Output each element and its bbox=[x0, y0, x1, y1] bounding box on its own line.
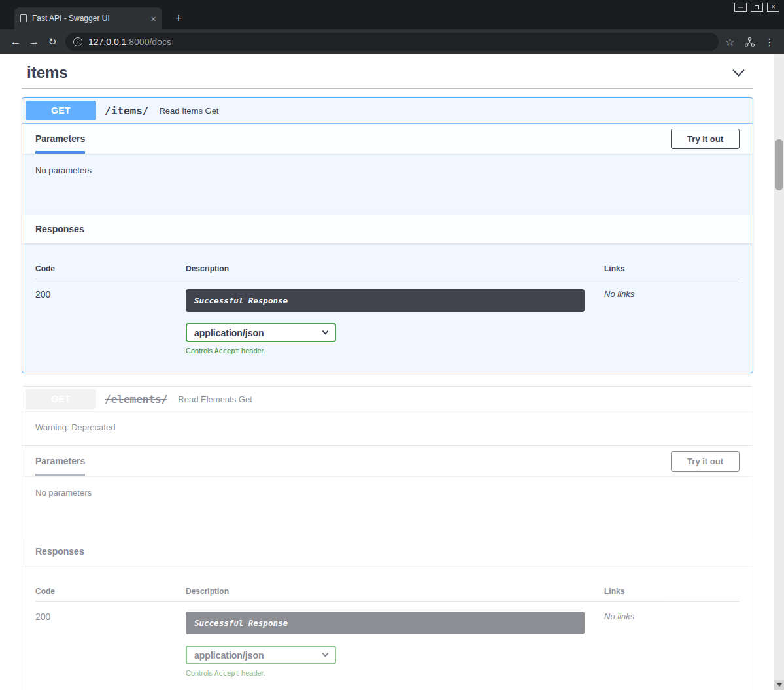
site-info-icon[interactable]: i bbox=[73, 37, 82, 46]
responses-header: Responses bbox=[22, 215, 753, 243]
media-type-value: application/json bbox=[194, 650, 264, 661]
reload-icon[interactable]: ↻ bbox=[43, 36, 61, 48]
tag-divider bbox=[22, 88, 753, 89]
maximize-icon bbox=[755, 5, 759, 9]
response-description-cell: Successful Response application/json Con… bbox=[186, 612, 604, 677]
response-description: Successful Response bbox=[186, 289, 585, 312]
column-description: Description bbox=[186, 587, 604, 596]
minimize-button[interactable]: — bbox=[734, 3, 747, 12]
toolbar-right: ☆ ⋮ bbox=[725, 35, 777, 49]
responses-label: Responses bbox=[35, 224, 84, 234]
parameters-label: Parameters bbox=[35, 456, 85, 466]
network-icon-svg bbox=[744, 37, 755, 48]
url-path: :8000/docs bbox=[126, 37, 171, 47]
responses-table-head: Code Description Links bbox=[35, 587, 740, 602]
response-links: No links bbox=[604, 612, 740, 677]
back-icon[interactable]: ← bbox=[7, 35, 25, 48]
opblock-get-items: GET /items/ Read Items Get Parameters Tr… bbox=[22, 97, 753, 373]
scroll-down-arrow-icon bbox=[777, 683, 782, 687]
deprecated-warning: Warning: Deprecated bbox=[22, 412, 753, 446]
maximize-button[interactable] bbox=[751, 3, 763, 12]
new-tab-button[interactable]: + bbox=[170, 10, 187, 27]
no-parameters-text: No parameters bbox=[22, 476, 753, 537]
tag-section-header[interactable]: items bbox=[22, 61, 753, 88]
opblock-get-elements-deprecated: GET /elements/ Read Elements Get Warning… bbox=[22, 386, 753, 690]
method-badge: GET bbox=[26, 389, 96, 409]
scrollbar-down-button[interactable] bbox=[774, 680, 784, 690]
swagger-content: items GET /items/ Read Items Get Paramet… bbox=[0, 54, 784, 690]
network-icon[interactable] bbox=[744, 37, 755, 48]
try-it-out-button[interactable]: Try it out bbox=[671, 451, 740, 472]
parameters-tab[interactable]: Parameters bbox=[35, 446, 85, 476]
column-code: Code bbox=[35, 587, 186, 596]
accept-note-prefix: Controls bbox=[186, 347, 214, 354]
chevron-down-icon[interactable] bbox=[732, 64, 744, 76]
scrollbar-thumb[interactable] bbox=[775, 139, 783, 190]
parameters-label: Parameters bbox=[35, 133, 85, 144]
address-bar[interactable]: i 127.0.0.1:8000/docs bbox=[65, 33, 719, 51]
media-type-select[interactable]: application/json bbox=[186, 646, 336, 664]
browser-window: Fast API - Swagger UI × + — ✕ ← → ↻ i 12… bbox=[0, 0, 784, 690]
parameters-header: Parameters Try it out bbox=[22, 124, 753, 154]
operation-path: /items/ bbox=[105, 105, 148, 117]
method-badge: GET bbox=[26, 101, 96, 120]
media-type-value: application/json bbox=[194, 328, 264, 338]
opblock-summary[interactable]: GET /items/ Read Items Get bbox=[22, 98, 753, 124]
operation-summary: Read Items Get bbox=[159, 106, 218, 116]
response-description: Successful Response bbox=[186, 612, 585, 634]
accept-header-note: Controls Accept header. bbox=[186, 347, 604, 354]
try-it-out-button[interactable]: Try it out bbox=[671, 129, 740, 149]
tab-title: Fast API - Swagger UI bbox=[32, 14, 145, 23]
no-parameters-text: No parameters bbox=[22, 154, 753, 215]
response-code: 200 bbox=[35, 289, 186, 354]
url-text[interactable]: 127.0.0.1:8000/docs bbox=[88, 37, 171, 47]
response-row: 200 Successful Response application/json… bbox=[35, 279, 740, 354]
document-icon bbox=[20, 14, 27, 22]
tag-title: items bbox=[27, 63, 68, 82]
accept-note-suffix: header. bbox=[239, 347, 265, 354]
bookmark-star-icon[interactable]: ☆ bbox=[725, 35, 735, 49]
responses-table-head: Code Description Links bbox=[35, 264, 740, 279]
column-code: Code bbox=[35, 264, 186, 273]
parameters-header: Parameters Try it out bbox=[22, 446, 753, 476]
responses-table: Code Description Links 200 Successful Re… bbox=[22, 243, 753, 373]
accept-note-code: Accept bbox=[214, 347, 239, 354]
page-scrollbar[interactable] bbox=[774, 54, 784, 690]
responses-table: Code Description Links 200 Successful Re… bbox=[22, 566, 753, 690]
operation-path: /elements/ bbox=[105, 393, 167, 405]
accept-header-note: Controls Accept header. bbox=[186, 669, 604, 677]
url-host: 127.0.0.1 bbox=[88, 37, 126, 47]
column-links: Links bbox=[604, 587, 740, 596]
column-description: Description bbox=[186, 264, 604, 273]
select-chevron-icon bbox=[322, 651, 329, 657]
browser-tab[interactable]: Fast API - Swagger UI × bbox=[14, 7, 162, 29]
accept-note-code: Accept bbox=[214, 669, 239, 677]
menu-kebab-icon[interactable]: ⋮ bbox=[764, 36, 775, 48]
forward-icon[interactable]: → bbox=[25, 35, 43, 48]
select-chevron-icon bbox=[322, 328, 329, 335]
window-controls: — ✕ bbox=[734, 3, 779, 12]
operation-summary: Read Elements Get bbox=[178, 394, 252, 404]
page-viewport: items GET /items/ Read Items Get Paramet… bbox=[0, 54, 784, 690]
accept-note-prefix: Controls bbox=[186, 669, 214, 677]
opblock-summary[interactable]: GET /elements/ Read Elements Get bbox=[22, 387, 753, 412]
response-description-cell: Successful Response application/json Con… bbox=[186, 289, 604, 354]
browser-toolbar: ← → ↻ i 127.0.0.1:8000/docs ☆ ⋮ bbox=[0, 29, 784, 54]
close-button[interactable]: ✕ bbox=[767, 3, 779, 12]
responses-header: Responses bbox=[22, 537, 753, 566]
response-row: 200 Successful Response application/json… bbox=[35, 602, 740, 677]
titlebar: Fast API - Swagger UI × + — ✕ bbox=[0, 0, 784, 29]
media-type-select[interactable]: application/json bbox=[186, 323, 336, 342]
response-code: 200 bbox=[35, 612, 186, 677]
column-links: Links bbox=[604, 264, 740, 273]
responses-label: Responses bbox=[35, 546, 84, 557]
response-links: No links bbox=[604, 289, 740, 354]
parameters-tab[interactable]: Parameters bbox=[35, 124, 85, 154]
accept-note-suffix: header. bbox=[239, 669, 265, 677]
tab-close-icon[interactable]: × bbox=[150, 14, 156, 24]
